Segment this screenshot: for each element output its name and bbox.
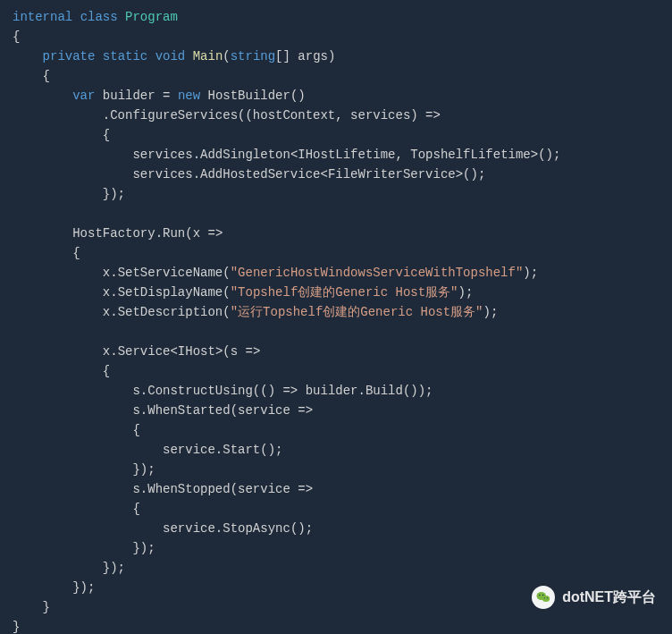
code-line: { — [13, 420, 659, 440]
code-line: { — [13, 66, 659, 86]
code-line — [13, 322, 659, 342]
code-line: }); — [13, 460, 659, 479]
svg-point-1 — [542, 596, 550, 602]
code-line: { — [13, 499, 659, 519]
code-line: s.WhenStarted(service => — [13, 401, 659, 420]
code-line: } — [13, 617, 659, 634]
code-block: internal class Program{ private static v… — [0, 0, 672, 634]
code-line: { — [13, 27, 659, 46]
wechat-icon — [532, 586, 555, 609]
svg-point-2 — [539, 595, 541, 596]
code-line: { — [13, 125, 659, 145]
code-line: }); — [13, 558, 659, 578]
code-line: services.AddHostedService<FileWriterServ… — [13, 165, 659, 184]
code-line: { — [13, 243, 659, 263]
svg-point-4 — [544, 597, 545, 598]
code-line: }); — [13, 538, 659, 558]
code-line: service.StopAsync(); — [13, 519, 659, 538]
code-line: }); — [13, 184, 659, 204]
svg-point-5 — [547, 597, 548, 598]
watermark-text: dotNET跨平台 — [562, 588, 656, 607]
code-line: x.Service<IHost>(s => — [13, 342, 659, 361]
svg-point-3 — [542, 595, 544, 596]
code-line: s.ConstructUsing(() => builder.Build()); — [13, 381, 659, 401]
watermark: dotNET跨平台 — [532, 586, 656, 609]
code-line: var builder = new HostBuilder() — [13, 86, 659, 106]
code-line — [13, 204, 659, 224]
code-line: x.SetDescription("运行Topshelf创建的Generic H… — [13, 302, 659, 322]
code-line: x.SetDisplayName("Topshelf创建的Generic Hos… — [13, 283, 659, 302]
code-line: services.AddSingleton<IHostLifetime, Top… — [13, 145, 659, 165]
code-line: private static void Main(string[] args) — [13, 46, 659, 66]
code-line: internal class Program — [13, 7, 659, 27]
code-line: x.SetServiceName("GenericHostWindowsServ… — [13, 263, 659, 283]
code-line: HostFactory.Run(x => — [13, 224, 659, 243]
code-line: .ConfigureServices((hostContext, service… — [13, 106, 659, 125]
code-line: service.Start(); — [13, 440, 659, 460]
code-line: { — [13, 361, 659, 381]
code-line: s.WhenStopped(service => — [13, 479, 659, 499]
